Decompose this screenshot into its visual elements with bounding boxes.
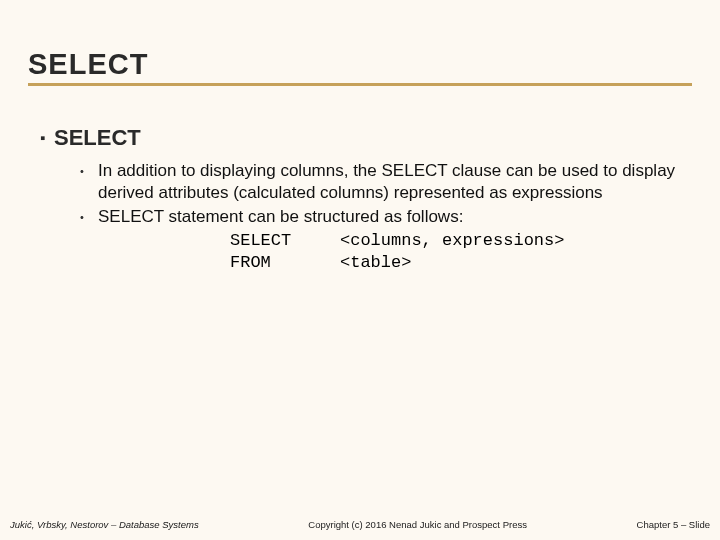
slide-title: SELECT bbox=[28, 48, 692, 81]
footer-right: Chapter 5 – Slide bbox=[637, 519, 710, 530]
dot-bullet-icon: • bbox=[80, 160, 98, 182]
list-item: • In addition to displaying columns, the… bbox=[80, 160, 690, 204]
code-line: SELECT <columns, expressions> bbox=[230, 230, 690, 252]
dot-bullet-icon: • bbox=[80, 206, 98, 228]
bullet-text: In addition to displaying columns, the S… bbox=[98, 160, 690, 204]
footer: Jukić, Vrbsky, Nestorov – Database Syste… bbox=[10, 519, 710, 530]
bullet-level2-group: • In addition to displaying columns, the… bbox=[80, 160, 690, 274]
title-underline bbox=[28, 83, 692, 86]
title-region: SELECT bbox=[28, 48, 692, 86]
code-argument: <columns, expressions> bbox=[340, 230, 564, 252]
bullet-text: SELECT statement can be structured as fo… bbox=[98, 206, 690, 228]
square-bullet-icon: ▪ bbox=[40, 126, 54, 150]
section-heading: SELECT bbox=[54, 126, 141, 150]
code-block: SELECT <columns, expressions> FROM <tabl… bbox=[230, 230, 690, 274]
slide: SELECT ▪ SELECT • In addition to display… bbox=[0, 0, 720, 540]
footer-center: Copyright (c) 2016 Nenad Jukic and Prosp… bbox=[199, 519, 637, 530]
code-argument: <table> bbox=[340, 252, 411, 274]
content-region: ▪ SELECT • In addition to displaying col… bbox=[40, 126, 690, 274]
code-line: FROM <table> bbox=[230, 252, 690, 274]
code-keyword: SELECT bbox=[230, 230, 340, 252]
code-keyword: FROM bbox=[230, 252, 340, 274]
footer-left: Jukić, Vrbsky, Nestorov – Database Syste… bbox=[10, 519, 199, 530]
bullet-level1: ▪ SELECT bbox=[40, 126, 690, 150]
list-item: • SELECT statement can be structured as … bbox=[80, 206, 690, 228]
